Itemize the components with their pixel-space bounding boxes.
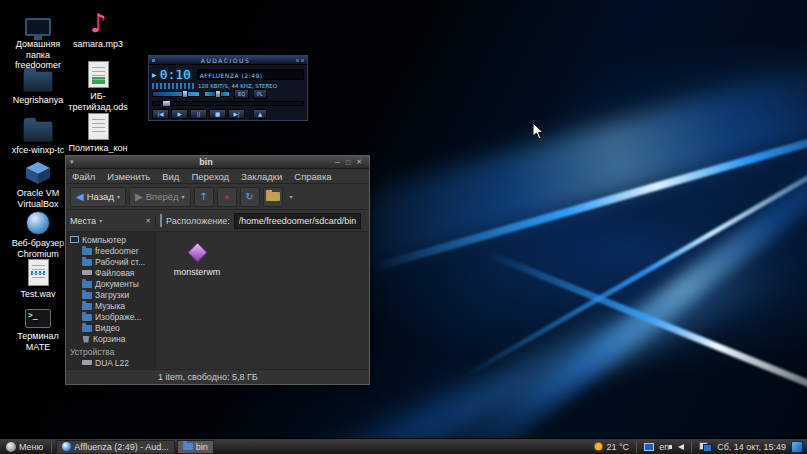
- toolbar: ◀ Назад ▾ ▶ Вперёд ▾ ↑ ● ↻ ▾: [66, 184, 369, 210]
- sidebar-item-video[interactable]: Видео: [66, 322, 155, 333]
- stop-button[interactable]: ●: [217, 187, 237, 207]
- menu-edit[interactable]: Изменить: [101, 171, 156, 182]
- sidebar-tree: Компьютер freedoomer Рабочий ст... Файло…: [66, 232, 156, 369]
- desktop-icon-virtualbox[interactable]: Oracle VM VirtualBox: [6, 155, 70, 209]
- taskbar: Меню Affluenza (2:49) - Aud... bin 21 °C…: [0, 438, 807, 454]
- maximize-button[interactable]: □: [343, 159, 353, 166]
- play-button[interactable]: ▶: [171, 109, 188, 119]
- sidebar-item-filesystem[interactable]: Файловая: [66, 267, 155, 278]
- music-note-icon: ♪: [90, 10, 107, 36]
- weather-icon[interactable]: [595, 443, 602, 450]
- balance-slider[interactable]: [204, 91, 230, 97]
- next-button[interactable]: ▶|: [228, 109, 245, 119]
- sidebar-item-trash[interactable]: Корзина: [66, 333, 155, 344]
- menu-logo-icon: [6, 442, 16, 452]
- desktop-icon-negrishanya[interactable]: Negrishanya: [6, 62, 70, 106]
- stop-icon: ●: [224, 192, 229, 202]
- temperature-label[interactable]: 21 °C: [607, 442, 630, 452]
- desktop-icon-samara-mp3[interactable]: ♪ samara.mp3: [66, 6, 130, 50]
- desktop-icon-mate-terminal[interactable]: >_ Терминал MATE: [6, 298, 70, 352]
- terminal-icon: >_: [25, 309, 51, 328]
- clock[interactable]: Сб, 14 окт, 15:49: [717, 442, 786, 452]
- visualizer[interactable]: [152, 83, 194, 89]
- playlist-button[interactable]: PL: [253, 89, 267, 99]
- wallpaper-beam: [311, 54, 807, 276]
- up-icon: ↑: [199, 191, 207, 202]
- drive-icon: [82, 270, 92, 275]
- sidebar-item-pictures[interactable]: Изображе...: [66, 311, 155, 322]
- folder-icon: [82, 314, 92, 321]
- volume-icon[interactable]: [678, 444, 684, 450]
- close-button[interactable]: ✕: [353, 158, 365, 166]
- location-input[interactable]: [234, 213, 361, 229]
- folder-icon: [82, 292, 92, 299]
- desktop-icon-ods-file[interactable]: ИБ-третийзад.ods: [66, 58, 130, 112]
- side-pane-header[interactable]: Места ▾ ✕: [66, 216, 156, 226]
- back-icon: ◀: [76, 191, 84, 202]
- folder-icon: [183, 443, 193, 450]
- minimize-button[interactable]: ─: [332, 159, 343, 166]
- eject-button[interactable]: ▲: [253, 109, 267, 119]
- volume-slider[interactable]: [152, 91, 200, 97]
- file-view[interactable]: monsterwm: [156, 232, 369, 369]
- sidebar-item-device[interactable]: DUA L22: [66, 357, 155, 368]
- sidebar-item-documents[interactable]: Документы: [66, 278, 155, 289]
- desktop-icon-chromium[interactable]: Веб-браузер Chromium: [6, 205, 70, 259]
- menu-view[interactable]: Вид: [156, 171, 185, 182]
- menu-go[interactable]: Переход: [185, 171, 235, 182]
- computer-icon: [70, 236, 79, 243]
- toolbar-dropdown-icon[interactable]: ▾: [290, 193, 293, 200]
- keyboard-layout-indicator[interactable]: en: [659, 442, 669, 452]
- task-button-audacious[interactable]: Affluenza (2:49) - Aud...: [56, 440, 174, 454]
- sidebar-item-downloads[interactable]: Загрузки: [66, 289, 155, 300]
- sidebar-item-music[interactable]: Музыка: [66, 300, 155, 311]
- close-side-pane-icon[interactable]: ✕: [145, 217, 151, 225]
- file-name: monsterwm: [168, 267, 226, 277]
- file-manager-window[interactable]: ▾ bin ─ □ ✕ Файл Изменить Вид Переход За…: [65, 155, 370, 385]
- audacious-player-window[interactable]: AUDACIOUS ▶ 0:10 AFFLUENZA (2:49) 128 KB…: [148, 55, 308, 121]
- menu-file[interactable]: Файл: [66, 171, 101, 182]
- player-window-buttons[interactable]: [296, 59, 304, 62]
- display-tray-icon[interactable]: [644, 443, 654, 451]
- seek-slider[interactable]: [152, 101, 304, 106]
- window-menu-icon[interactable]: ▾: [70, 158, 80, 166]
- previous-button[interactable]: |◀: [152, 109, 169, 119]
- forward-button[interactable]: ▶ Вперёд ▾: [129, 187, 191, 207]
- back-dropdown-icon[interactable]: ▾: [117, 193, 120, 200]
- reload-icon: ↻: [245, 191, 253, 202]
- stop-button[interactable]: ■: [209, 109, 226, 119]
- player-titlebar[interactable]: AUDACIOUS: [149, 56, 307, 65]
- folder-icon: [82, 281, 92, 288]
- folder-icon: [82, 325, 92, 332]
- drive-icon: [82, 360, 92, 365]
- sidebar-item-home[interactable]: freedoomer: [66, 245, 155, 256]
- menu-help[interactable]: Справка: [288, 171, 337, 182]
- player-title: AUDACIOUS: [155, 57, 296, 64]
- player-body: ▶ 0:10 AFFLUENZA (2:49) 128 KBIT/S, 44 K…: [149, 65, 307, 122]
- file-item-monsterwm[interactable]: monsterwm: [168, 240, 226, 277]
- back-button[interactable]: ◀ Назад ▾: [70, 187, 126, 207]
- desktop-icon-test-wav[interactable]: Test.wav: [6, 256, 70, 300]
- status-bar: 1 item, свободно: 5,8 ГБ: [66, 369, 369, 384]
- sidebar-item-desktop[interactable]: Рабочий ст...: [66, 256, 155, 267]
- document-file-icon: [88, 113, 109, 140]
- network-icon[interactable]: [699, 442, 712, 452]
- task-button-bin[interactable]: bin: [177, 440, 214, 454]
- menu-bookmarks[interactable]: Закладки: [235, 171, 288, 182]
- applications-menu-button[interactable]: Меню: [0, 439, 49, 454]
- window-titlebar[interactable]: ▾ bin ─ □ ✕: [66, 156, 369, 169]
- folder-icon: [82, 259, 92, 266]
- equalizer-button[interactable]: EQ: [234, 89, 249, 99]
- folder-icon: [23, 121, 53, 142]
- up-button[interactable]: ↑: [194, 187, 214, 207]
- pause-button[interactable]: ||: [190, 109, 207, 119]
- places-dropdown-icon[interactable]: ▾: [99, 217, 102, 224]
- show-desktop-icon[interactable]: [791, 441, 803, 453]
- computer-icon: [25, 18, 51, 36]
- sidebar-item-computer[interactable]: Компьютер: [66, 234, 155, 245]
- desktop-icon-xfce-winxp-tc[interactable]: xfce-winxp-tc: [6, 112, 70, 156]
- reload-button[interactable]: ↻: [240, 187, 260, 207]
- forward-dropdown-icon[interactable]: ▾: [182, 193, 185, 200]
- wallpaper-beam: [423, 119, 807, 454]
- home-button[interactable]: [263, 187, 283, 207]
